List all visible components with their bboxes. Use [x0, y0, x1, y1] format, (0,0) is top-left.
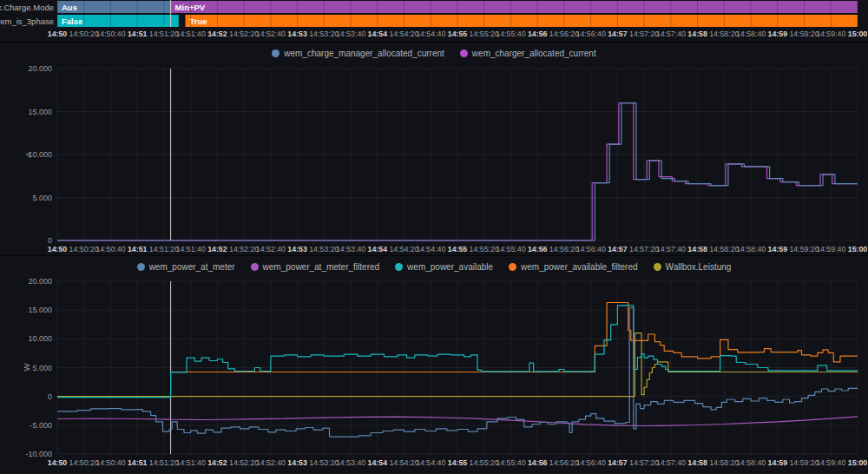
svg-text:15:00: 15:00: [848, 30, 868, 38]
svg-text:14:54: 14:54: [368, 30, 388, 38]
svg-text:14:53:20: 14:53:20: [309, 458, 339, 467]
svg-text:14:50:20: 14:50:20: [69, 245, 99, 253]
svg-text:14:55:20: 14:55:20: [470, 30, 499, 38]
svg-text:15:00: 15:00: [848, 458, 868, 467]
svg-text:14:59:40: 14:59:40: [816, 458, 845, 467]
svg-text:14:59:20: 14:59:20: [789, 458, 819, 467]
svg-text:14:52:20: 14:52:20: [229, 458, 259, 467]
state-segment-label: False: [62, 16, 82, 26]
y-axis: -10.000-5.00005.00010.00015.00020.000W: [22, 277, 52, 458]
svg-text:14:58:40: 14:58:40: [736, 30, 766, 38]
svg-text:14:53:40: 14:53:40: [336, 458, 365, 467]
x-axis: 14:5014:50:2014:50:4014:5114:51:2014:51:…: [48, 458, 868, 467]
legend-item[interactable]: wem_power_available_filtered: [509, 262, 638, 272]
legend-item[interactable]: wem_charger_allocated_current: [460, 49, 596, 58]
legend-series-label: wem_power_available_filtered: [521, 262, 638, 272]
allocated-current-chart: 05.00010.00015.00020.000A14:5014:50:2014…: [0, 43, 868, 255]
svg-text:14:50: 14:50: [48, 245, 68, 253]
state-segment-label: True: [190, 16, 207, 26]
svg-text:14:57: 14:57: [608, 30, 628, 38]
legend-series-label: wem_charge_manager_allocated_current: [284, 49, 444, 58]
series-wem_power_available_filtered: [171, 303, 858, 372]
svg-text:-5.000: -5.000: [30, 421, 52, 430]
current-chart-legend: wem_charge_manager_allocated_currentwem_…: [0, 49, 868, 58]
svg-text:14:58:20: 14:58:20: [709, 30, 739, 38]
svg-text:14:54: 14:54: [368, 245, 388, 253]
svg-text:14:55:40: 14:55:40: [496, 458, 525, 467]
state-row: Wallbox.Charge.ModeAusMin+PV: [0, 1, 858, 13]
svg-text:14:51:40: 14:51:40: [176, 245, 206, 253]
svg-text:14:50:40: 14:50:40: [95, 458, 125, 467]
svg-text:14:59:40: 14:59:40: [816, 30, 845, 38]
svg-text:14:58:20: 14:58:20: [709, 458, 739, 467]
svg-text:5.000: 5.000: [32, 364, 52, 372]
svg-text:14:59:20: 14:59:20: [789, 245, 819, 253]
svg-text:14:53:40: 14:53:40: [336, 245, 365, 253]
legend-item[interactable]: wem_power_at_meter_filtered: [251, 262, 380, 272]
svg-text:14:54:20: 14:54:20: [389, 30, 418, 38]
state-row: wem_is_3phaseFalseTrue: [0, 15, 858, 27]
power-chart-legend: wem_power_at_meterwem_power_at_meter_fil…: [0, 262, 868, 272]
svg-text:14:54:40: 14:54:40: [416, 458, 445, 467]
svg-text:14:52:40: 14:52:40: [256, 30, 286, 38]
svg-text:14:53: 14:53: [287, 245, 307, 253]
legend-series-dot: [251, 263, 259, 271]
svg-text:14:54:40: 14:54:40: [416, 245, 445, 253]
svg-text:14:56:20: 14:56:20: [549, 30, 579, 38]
svg-text:14:55:40: 14:55:40: [496, 30, 525, 38]
svg-text:14:51: 14:51: [128, 458, 148, 467]
svg-text:14:57:20: 14:57:20: [629, 30, 659, 38]
legend-item[interactable]: Wallbox.Leistung: [654, 262, 732, 272]
legend-item[interactable]: wem_charge_manager_allocated_current: [272, 49, 444, 58]
state-segment[interactable]: [171, 1, 858, 13]
svg-text:14:50:20: 14:50:20: [69, 458, 99, 467]
svg-text:14:52: 14:52: [207, 30, 227, 38]
svg-text:14:56:20: 14:56:20: [549, 458, 579, 467]
svg-text:14:57: 14:57: [608, 245, 628, 253]
svg-text:14:58: 14:58: [687, 245, 707, 253]
state-segment-label: Aus: [62, 3, 77, 12]
svg-text:14:53: 14:53: [287, 30, 307, 38]
svg-text:-10.000: -10.000: [25, 450, 52, 458]
svg-text:14:55: 14:55: [448, 458, 468, 467]
svg-text:14:59:20: 14:59:20: [789, 30, 819, 38]
legend-series-dot: [137, 263, 145, 271]
svg-text:14:59: 14:59: [768, 458, 788, 467]
svg-text:14:56: 14:56: [528, 30, 548, 38]
svg-text:14:56: 14:56: [528, 245, 548, 253]
svg-text:14:55:20: 14:55:20: [470, 458, 499, 467]
y-axis-unit: W: [22, 363, 31, 371]
svg-text:14:51:20: 14:51:20: [149, 245, 179, 253]
svg-text:14:57:40: 14:57:40: [656, 245, 686, 253]
svg-text:14:54:40: 14:54:40: [416, 30, 445, 38]
svg-text:14:58: 14:58: [687, 458, 707, 467]
svg-text:14:52: 14:52: [207, 458, 227, 467]
power-panel: wem_power_at_meterwem_power_at_meter_fil…: [0, 255, 868, 474]
svg-text:14:50: 14:50: [48, 30, 68, 38]
svg-text:14:55:20: 14:55:20: [470, 245, 499, 253]
state-timeline-panel: Wallbox.Charge.ModeAusMin+PVwem_is_3phas…: [0, 0, 868, 42]
svg-text:14:52:20: 14:52:20: [229, 30, 259, 38]
svg-text:14:59: 14:59: [768, 245, 788, 253]
legend-item[interactable]: wem_power_available: [395, 262, 493, 272]
grafana-dashboard: { "palette": { "background": "#111217", …: [0, 0, 868, 474]
svg-text:14:52:20: 14:52:20: [229, 245, 259, 253]
svg-text:14:58: 14:58: [687, 30, 707, 38]
legend-series-dot: [395, 263, 403, 271]
svg-text:14:54: 14:54: [368, 458, 388, 467]
svg-text:wem_is_3phase: wem_is_3phase: [0, 16, 54, 26]
svg-text:14:52: 14:52: [207, 245, 227, 253]
svg-text:20.000: 20.000: [28, 64, 52, 73]
y-axis-unit: A: [23, 151, 33, 157]
grid: [57, 69, 858, 240]
legend-item[interactable]: wem_power_at_meter: [137, 262, 235, 272]
state-segment[interactable]: [186, 15, 858, 27]
x-axis: 14:5014:50:2014:50:4014:5114:51:2014:51:…: [48, 245, 868, 253]
svg-text:14:58:40: 14:58:40: [736, 245, 766, 253]
svg-text:14:51:20: 14:51:20: [149, 458, 179, 467]
svg-text:15.000: 15.000: [28, 306, 52, 314]
svg-text:14:50: 14:50: [48, 458, 68, 467]
svg-text:14:52:40: 14:52:40: [256, 245, 286, 253]
svg-text:10.000: 10.000: [28, 334, 52, 343]
svg-text:0: 0: [48, 392, 52, 401]
